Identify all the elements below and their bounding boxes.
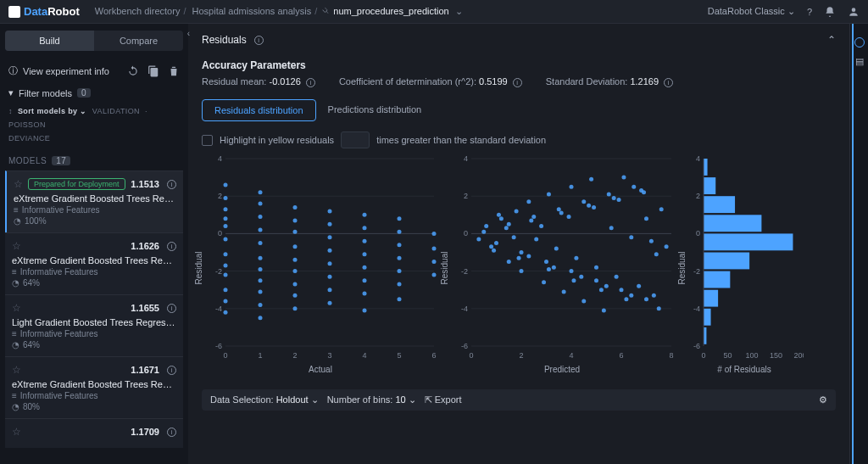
star-icon[interactable]: ☆ xyxy=(12,240,21,252)
svg-point-132 xyxy=(570,269,574,273)
model-pct: ◔64% xyxy=(12,340,176,349)
svg-point-106 xyxy=(542,280,546,284)
crumb-a[interactable]: Workbench directory xyxy=(95,6,181,16)
highlight-label-2: times greater than the standard deviatio… xyxy=(376,135,546,145)
sort-models[interactable]: ↕ Sort models by ⌄ VALIDATION· POISSON D… xyxy=(8,107,180,143)
svg-point-68 xyxy=(398,243,402,247)
help-icon[interactable]: ? xyxy=(807,7,812,17)
info-icon[interactable]: i xyxy=(167,242,176,251)
svg-point-165 xyxy=(649,239,654,243)
model-card[interactable]: ☆Prepared for Deployment1.1513i eXtreme … xyxy=(5,171,183,232)
crumb-c[interactable]: num_procedures_prediction xyxy=(333,6,448,16)
data-selection[interactable]: Data Selection: Holdout ⌄ xyxy=(210,394,319,405)
star-icon[interactable]: ☆ xyxy=(12,426,21,438)
svg-point-62 xyxy=(363,266,367,270)
model-card[interactable]: ☆1.1709i xyxy=(5,418,183,448)
refresh-icon[interactable] xyxy=(127,65,139,77)
svg-text:100: 100 xyxy=(745,351,758,360)
subtab-residuals[interactable]: Residuals distribution xyxy=(202,99,316,121)
svg-point-116 xyxy=(609,226,614,230)
residual-mean: -0.0126 xyxy=(270,76,301,87)
svg-point-138 xyxy=(644,297,648,301)
star-icon[interactable]: ☆ xyxy=(12,302,21,314)
info-icon[interactable]: i xyxy=(167,180,176,189)
bell-icon[interactable] xyxy=(824,6,836,18)
model-subtitle: ≡Informative Features xyxy=(12,329,176,338)
svg-point-124 xyxy=(665,244,669,249)
svg-point-31 xyxy=(224,182,228,187)
rail-icon-2[interactable]: ▤ xyxy=(855,56,864,67)
svg-point-113 xyxy=(589,177,593,182)
info-icon[interactable]: i xyxy=(167,304,176,313)
svg-point-163 xyxy=(624,297,628,301)
model-name: eXtreme Gradient Boosted Trees Regressor… xyxy=(14,193,176,204)
svg-text:150: 150 xyxy=(770,351,782,360)
svg-point-157 xyxy=(547,267,551,271)
info-icon[interactable]: i xyxy=(306,78,315,87)
svg-point-101 xyxy=(507,260,511,264)
breadcrumb: Workbench directory/ Hospital admissions… xyxy=(95,6,463,17)
gauge-icon: ◔ xyxy=(12,278,19,288)
svg-point-27 xyxy=(224,299,228,303)
copy-icon[interactable] xyxy=(147,65,159,77)
highlight-input[interactable] xyxy=(341,131,370,148)
models-list: ☆Prepared for Deployment1.1513i eXtreme … xyxy=(5,171,183,448)
svg-point-152 xyxy=(654,252,659,256)
user-icon[interactable] xyxy=(848,6,860,18)
tab-build[interactable]: Build xyxy=(5,31,94,51)
info-icon[interactable]: i xyxy=(167,366,176,375)
logo[interactable]: DataRobot xyxy=(8,5,80,18)
xlabel-actual: Actual xyxy=(202,365,439,374)
model-score: 1.1671 xyxy=(131,365,159,375)
filter-models[interactable]: ▾ Filter models 0 xyxy=(8,87,180,98)
info-icon: ⓘ xyxy=(8,64,18,77)
gear-icon[interactable]: ⚙ xyxy=(819,394,827,405)
svg-point-38 xyxy=(259,303,263,307)
info-icon[interactable]: i xyxy=(664,78,673,87)
main-content: Residuals i ⌃ Accuracy Parameters Residu… xyxy=(188,24,849,464)
tab-compare[interactable]: Compare xyxy=(94,31,183,51)
info-icon[interactable]: i xyxy=(513,78,522,87)
svg-point-102 xyxy=(515,209,519,213)
view-experiment-info[interactable]: ⓘ View experiment info xyxy=(8,64,180,77)
chevron-down-icon[interactable]: ⌄ xyxy=(455,6,463,16)
model-pct: ◔64% xyxy=(12,278,176,288)
svg-rect-179 xyxy=(704,196,735,213)
star-icon[interactable]: ☆ xyxy=(14,178,23,190)
chart-footer: Data Selection: Holdout ⌄ Number of bins… xyxy=(202,389,836,411)
svg-text:2: 2 xyxy=(218,192,222,200)
svg-point-136 xyxy=(620,288,624,292)
model-card[interactable]: ☆1.1626i eXtreme Gradient Boosted Trees … xyxy=(5,232,183,294)
svg-point-35 xyxy=(259,267,263,271)
svg-point-54 xyxy=(328,261,332,266)
scatter-actual: -6-4-20240123456 xyxy=(202,154,439,361)
export-button[interactable]: ⇱ Export xyxy=(425,394,462,405)
star-icon[interactable]: ☆ xyxy=(12,364,21,376)
svg-point-100 xyxy=(499,216,504,221)
gauge-icon: ◔ xyxy=(14,216,21,226)
trash-icon[interactable] xyxy=(168,65,180,77)
highlight-checkbox[interactable] xyxy=(202,135,213,146)
charts: Residual -6-4-20240123456 Actual Residua… xyxy=(202,154,836,383)
num-bins[interactable]: Number of bins: 10 ⌄ xyxy=(327,394,416,405)
collapse-panel-icon[interactable]: ⌃ xyxy=(827,34,836,46)
model-card[interactable]: ☆1.1671i eXtreme Gradient Boosted Trees … xyxy=(5,356,183,418)
svg-point-21 xyxy=(224,224,228,228)
info-icon[interactable]: i xyxy=(167,428,176,437)
info-icon[interactable]: i xyxy=(254,36,264,45)
ylabel: Residual xyxy=(440,252,449,285)
model-pct: ◔100% xyxy=(14,216,176,226)
subtabs: Residuals distribution Predictions distr… xyxy=(202,99,836,121)
svg-point-129 xyxy=(531,215,536,219)
classic-link[interactable]: DataRobot Classic ⌄ xyxy=(708,6,795,17)
subtab-predictions[interactable]: Predictions distribution xyxy=(316,99,434,121)
svg-text:-6: -6 xyxy=(693,342,700,350)
right-rail: ▤ xyxy=(849,24,868,464)
model-name: Light Gradient Boosted Trees Regressor w… xyxy=(12,317,176,327)
r2: 0.5199 xyxy=(479,76,508,87)
svg-text:1: 1 xyxy=(258,351,262,360)
model-card[interactable]: ☆1.1655i Light Gradient Boosted Trees Re… xyxy=(5,294,183,356)
rail-icon-1[interactable] xyxy=(854,37,865,48)
svg-rect-180 xyxy=(704,215,761,232)
crumb-b[interactable]: Hospital admissions analysis xyxy=(192,6,312,16)
